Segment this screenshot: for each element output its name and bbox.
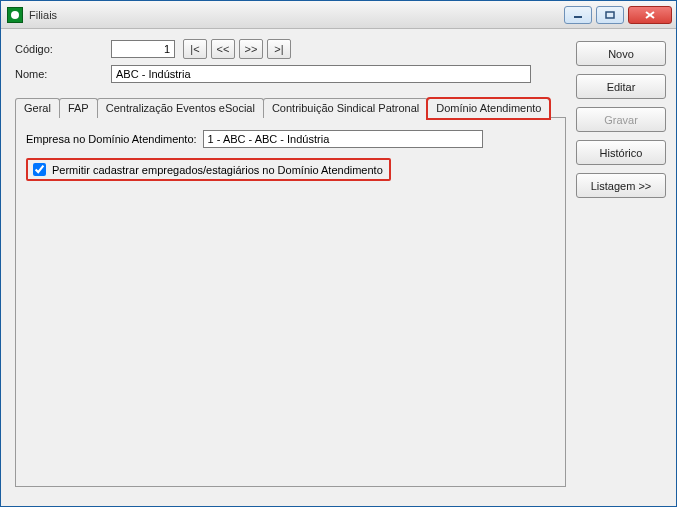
empresa-dominio-label: Empresa no Domínio Atendimento:: [26, 133, 197, 145]
window-title: Filiais: [29, 9, 564, 21]
tab-geral[interactable]: Geral: [15, 98, 60, 118]
tab-centralizacao[interactable]: Centralização Eventos eSocial: [97, 98, 264, 118]
editar-button[interactable]: Editar: [576, 74, 666, 99]
row-codigo: Código: |< << >> >|: [15, 39, 566, 59]
titlebar: Filiais: [1, 1, 676, 29]
client-area: Código: |< << >> >| Nome: Geral FAP Cent…: [1, 29, 676, 506]
minimize-icon: [573, 11, 583, 19]
row-nome: Nome:: [15, 65, 566, 83]
nav-prev-button[interactable]: <<: [211, 39, 235, 59]
nome-label: Nome:: [15, 68, 111, 80]
nav-next-button[interactable]: >>: [239, 39, 263, 59]
permitir-cadastrar-checkbox[interactable]: [33, 163, 46, 176]
record-nav: |< << >> >|: [183, 39, 291, 59]
permitir-cadastrar-row: Permitir cadastrar empregados/estagiário…: [26, 158, 391, 181]
codigo-input[interactable]: [111, 40, 175, 58]
svg-rect-1: [606, 12, 614, 18]
window-controls: [564, 6, 672, 24]
side-buttons: Novo Editar Gravar Histórico Listagem >>: [576, 39, 666, 496]
main-area: Código: |< << >> >| Nome: Geral FAP Cent…: [15, 39, 566, 496]
nav-last-button[interactable]: >|: [267, 39, 291, 59]
nome-input[interactable]: [111, 65, 531, 83]
tab-strip: Geral FAP Centralização Eventos eSocial …: [15, 97, 566, 118]
close-icon: [644, 10, 656, 20]
tab-dominio-atendimento[interactable]: Domínio Atendimento: [427, 98, 550, 119]
historico-button[interactable]: Histórico: [576, 140, 666, 165]
permitir-cadastrar-label: Permitir cadastrar empregados/estagiário…: [52, 164, 383, 176]
tab-fap[interactable]: FAP: [59, 98, 98, 118]
maximize-icon: [605, 11, 615, 19]
tabs: Geral FAP Centralização Eventos eSocial …: [15, 97, 566, 487]
gravar-button[interactable]: Gravar: [576, 107, 666, 132]
window-filial: Filiais Código: |< << >> >|: [0, 0, 677, 507]
codigo-label: Código:: [15, 43, 111, 55]
row-empresa-dominio: Empresa no Domínio Atendimento:: [26, 130, 555, 148]
minimize-button[interactable]: [564, 6, 592, 24]
maximize-button[interactable]: [596, 6, 624, 24]
listagem-button[interactable]: Listagem >>: [576, 173, 666, 198]
close-button[interactable]: [628, 6, 672, 24]
novo-button[interactable]: Novo: [576, 41, 666, 66]
tab-contribuicao[interactable]: Contribuição Sindical Patronal: [263, 98, 428, 118]
nav-first-button[interactable]: |<: [183, 39, 207, 59]
app-icon: [7, 7, 23, 23]
tab-panel-dominio: Empresa no Domínio Atendimento: Permitir…: [15, 117, 566, 487]
empresa-dominio-input[interactable]: [203, 130, 483, 148]
